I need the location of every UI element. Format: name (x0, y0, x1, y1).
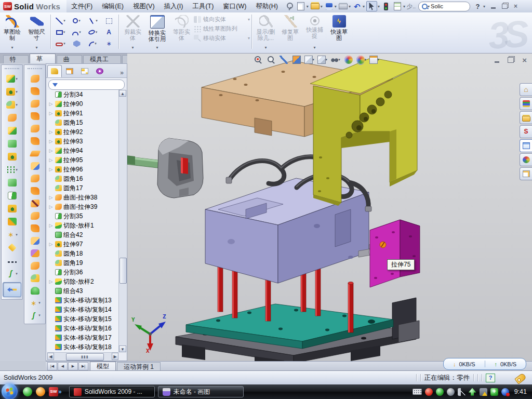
circle-dropdown[interactable]: ▾ (78, 19, 81, 23)
tray-volume[interactable] (458, 388, 466, 396)
open-dropdown[interactable]: ▾ (321, 4, 323, 9)
sketch-entity-straight-slot[interactable]: ▾ (52, 38, 69, 49)
hud-display-style-button[interactable]: ▾ (304, 55, 315, 64)
select-dropdown[interactable]: ▾ (378, 4, 380, 9)
taskpane-file-explorer[interactable] (520, 111, 532, 124)
tree-item-拉伸94[interactable]: ▷拉伸94 (47, 146, 118, 155)
sketch-entity-corner-rectangle[interactable]: ▾ (52, 26, 69, 38)
tree-item-实体-移动/复制18[interactable]: 实体-移动/复制18 (47, 342, 118, 352)
quicklaunch-messenger[interactable] (23, 387, 32, 396)
tag-icon[interactable] (514, 373, 527, 384)
print-dropdown[interactable]: ▾ (349, 4, 351, 9)
sketch-entity-box-select[interactable] (101, 15, 117, 26)
cm-button-smart-dimension[interactable]: 智能尺寸 (24, 14, 49, 51)
last-tab-button[interactable]: ▶| (78, 362, 88, 370)
prev-tab-button[interactable]: ◀ (58, 362, 68, 370)
features-boundary-boss-button[interactable] (2, 137, 22, 150)
menu-item-0[interactable]: 文件(F) (66, 1, 97, 12)
surfaces-delete-face-button[interactable] (24, 197, 45, 209)
tray-network-warning[interactable] (480, 388, 487, 396)
features-fillet-button[interactable]: ▾ (2, 98, 22, 111)
features-reference-geometry-button[interactable]: ▾ (2, 228, 22, 241)
design-checker-dropdown[interactable]: ▾ (403, 4, 405, 9)
cm-button-linear-sketch-pattern[interactable]: 线性草图阵列 (194, 25, 250, 33)
tree-item-拉伸90[interactable]: ▷拉伸90 (47, 99, 118, 109)
straight-slot-dropdown[interactable]: ▾ (63, 42, 65, 46)
scroll-right-arrow[interactable]: ▶ (112, 353, 118, 360)
surfaces-untrim-surface-button[interactable] (24, 222, 45, 234)
scroll-left-arrow[interactable]: ◀ (47, 353, 54, 360)
new-dropdown[interactable]: ▾ (307, 4, 309, 9)
tree-item-圆角15[interactable]: 圆角15 (47, 118, 118, 127)
minimize-icon[interactable] (491, 7, 496, 9)
move-entities-dropdown[interactable]: ▾ (248, 36, 250, 41)
reference-geometry-dropdown[interactable]: ▾ (38, 301, 41, 305)
surfaces-thicken-button[interactable] (24, 172, 45, 184)
surfaces-revolved-surface-button[interactable] (24, 85, 45, 97)
scroll-down-arrow[interactable]: ▼ (119, 345, 126, 352)
surfaces-surface-fillet-button[interactable] (24, 272, 45, 284)
tree-horizontal-scrollbar[interactable]: ◀ ▮▮▮ ▶ (47, 352, 118, 360)
menu-item-1[interactable]: 编辑(E) (97, 1, 128, 12)
panel-tab-featuremanager[interactable] (47, 65, 62, 77)
expander-icon[interactable]: ▷ (48, 129, 54, 135)
expander-icon[interactable]: ▷ (48, 195, 54, 200)
expander-icon[interactable]: ▷ (48, 242, 54, 247)
expander-icon[interactable]: ▷ (48, 148, 54, 153)
tree-item-拉伸92[interactable]: ▷拉伸92 (47, 127, 118, 137)
sketch-entity-sketch-fillet[interactable]: ▾ (85, 38, 101, 49)
tree-item-切除-放样1[interactable]: ▷切除-放样1 (47, 221, 118, 230)
hud-zoom-fit-button[interactable] (252, 55, 263, 64)
hud-magnified-selection-button[interactable] (278, 55, 289, 64)
surfaces-knit-surface-button[interactable] (24, 122, 45, 135)
hud-view-orientation-button[interactable]: ▾ (317, 55, 328, 64)
cm-button-mirror-entities[interactable]: 镜向实体▾ (194, 16, 250, 23)
surfaces-boundary-surface-button[interactable] (24, 110, 45, 122)
extruded-boss-base-dropdown[interactable]: ▾ (16, 77, 18, 81)
surfaces-lofted-surface-button[interactable] (24, 159, 45, 172)
surfaces-curve-button[interactable]: ▾ (24, 309, 45, 322)
horizontal-scroll-thumb[interactable]: ▮▮▮ (66, 353, 104, 361)
sketch-entity-centerpoint-arc[interactable]: ▾ (69, 26, 85, 38)
tree-item-分割35[interactable]: 分割35 (47, 211, 118, 221)
tree-item-拉伸97[interactable]: ▷拉伸97 (47, 240, 118, 249)
new-document-button[interactable] (296, 2, 306, 11)
surfaces-dome-button[interactable] (24, 284, 45, 297)
tree-item-拉伸93[interactable]: ▷拉伸93 (47, 137, 118, 146)
tree-item-组合42[interactable]: 组合42 (47, 230, 118, 240)
vertical-scroll-thumb[interactable] (119, 258, 127, 284)
graphics-area[interactable]: ▾▾▾▾▾ × Y Z X 拉伸75 (127, 54, 532, 361)
cm-button-sketch[interactable]: 草图绘制 (0, 14, 24, 51)
start-button[interactable] (2, 383, 18, 399)
menu-item-3[interactable]: 插入(I) (159, 1, 188, 12)
quicklaunch-solidworks-launcher[interactable]: SW (49, 387, 58, 396)
restore-icon[interactable] (502, 4, 508, 9)
hud-edit-appearance-button[interactable] (343, 55, 354, 64)
tree-item-拉伸91[interactable]: ▷拉伸91 (47, 109, 118, 118)
hud-apply-scene-button[interactable]: ▾ (356, 55, 367, 64)
cm-button-rapid-sketch[interactable]: 快速草图 (327, 14, 351, 51)
design-checker-button[interactable] (393, 2, 403, 11)
expander-icon[interactable]: ▷ (48, 223, 54, 228)
expander-icon[interactable]: ▷ (48, 157, 54, 163)
surfaces-reference-geometry-button[interactable]: ▾ (24, 297, 45, 309)
doc-tab-运动算例 1[interactable]: 运动算例 1 (117, 362, 161, 371)
curve-dropdown[interactable]: ▾ (16, 272, 18, 276)
features-wrap-button[interactable] (2, 150, 22, 163)
mirror-entities-dropdown[interactable]: ▾ (248, 17, 250, 22)
sketch-entity-line[interactable]: ▾ (52, 15, 69, 26)
tray-input-keyboard[interactable] (413, 389, 422, 395)
surfaces-replace-face-button[interactable] (24, 209, 45, 222)
tab-特征[interactable]: 特征 (3, 55, 29, 63)
tree-item-圆角17[interactable]: 圆角17 (47, 183, 118, 193)
sketch-entity-polygon[interactable] (69, 38, 85, 49)
scroll-up-arrow[interactable]: ▲ (119, 90, 126, 97)
panel-tab-overflow[interactable]: » (118, 69, 126, 77)
tab-曲面[interactable]: 曲面 (57, 55, 82, 63)
taskpane-design-library[interactable] (520, 97, 532, 110)
features-extruded-cut-button[interactable]: ▾ (2, 85, 22, 98)
menu-item-6[interactable]: 帮助(H) (251, 1, 282, 12)
tree-item-实体-移动/复制14[interactable]: 实体-移动/复制14 (47, 305, 118, 314)
taskbar-clock[interactable]: 9:41 (514, 388, 527, 395)
taskbar-task-SolidWorks 2009 - ...[interactable]: SolidWorks 2009 - ... (69, 386, 155, 397)
